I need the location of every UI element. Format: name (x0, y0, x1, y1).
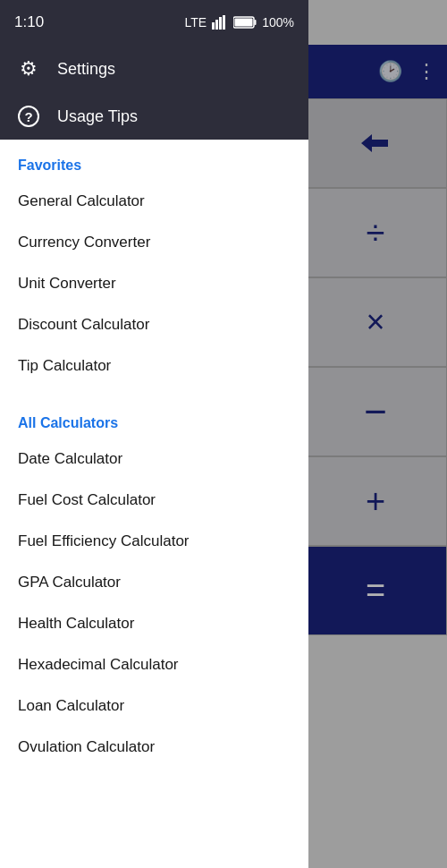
loan-calculator-item[interactable]: Loan Calculator (0, 685, 308, 727)
drawer-content: Favorites General Calculator Currency Co… (0, 140, 308, 868)
settings-icon: ⚙ (18, 57, 39, 81)
ovulation-calculator-item[interactable]: Ovulation Calculator (0, 727, 308, 768)
tip-calculator-item[interactable]: Tip Calculator (0, 345, 308, 387)
help-icon: ? (18, 106, 39, 127)
svg-rect-1 (215, 20, 218, 30)
usage-tips-item[interactable]: ? Usage Tips (0, 93, 308, 140)
status-time: 1:10 (14, 13, 44, 31)
svg-rect-2 (219, 17, 222, 30)
battery-percent: 100% (262, 15, 294, 30)
signal-icon: LTE (185, 15, 207, 30)
fuel-cost-calculator-item[interactable]: Fuel Cost Calculator (0, 480, 308, 521)
navigation-drawer: 1:10 LTE 100% ⚙ Settings ? Usage Tips (0, 0, 308, 868)
hexadecimal-calculator-item[interactable]: Hexadecimal Calculator (0, 644, 308, 685)
section-divider (0, 387, 308, 397)
discount-calculator-item[interactable]: Discount Calculator (0, 304, 308, 345)
currency-converter-item[interactable]: Currency Converter (0, 222, 308, 263)
health-calculator-item[interactable]: Health Calculator (0, 603, 308, 644)
svg-rect-5 (255, 20, 257, 25)
battery-icon (233, 16, 257, 29)
fuel-efficiency-calculator-item[interactable]: Fuel Efficiency Calculator (0, 521, 308, 562)
general-calculator-item[interactable]: General Calculator (0, 181, 308, 222)
settings-item[interactable]: ⚙ Settings (0, 45, 308, 93)
all-calculators-section-header: All Calculators (0, 397, 308, 438)
settings-label: Settings (57, 60, 115, 79)
drawer-overlay[interactable] (304, 0, 447, 868)
status-icons: LTE 100% (185, 15, 294, 30)
svg-rect-6 (235, 19, 253, 27)
favorites-section-header: Favorites (0, 140, 308, 181)
signal-bars-icon (212, 15, 228, 30)
gpa-calculator-item[interactable]: GPA Calculator (0, 562, 308, 603)
date-calculator-item[interactable]: Date Calculator (0, 438, 308, 480)
svg-rect-3 (223, 15, 225, 30)
svg-rect-0 (212, 22, 215, 30)
usage-tips-label: Usage Tips (57, 107, 138, 126)
status-bar: 1:10 LTE 100% (0, 0, 308, 45)
unit-converter-item[interactable]: Unit Converter (0, 263, 308, 304)
